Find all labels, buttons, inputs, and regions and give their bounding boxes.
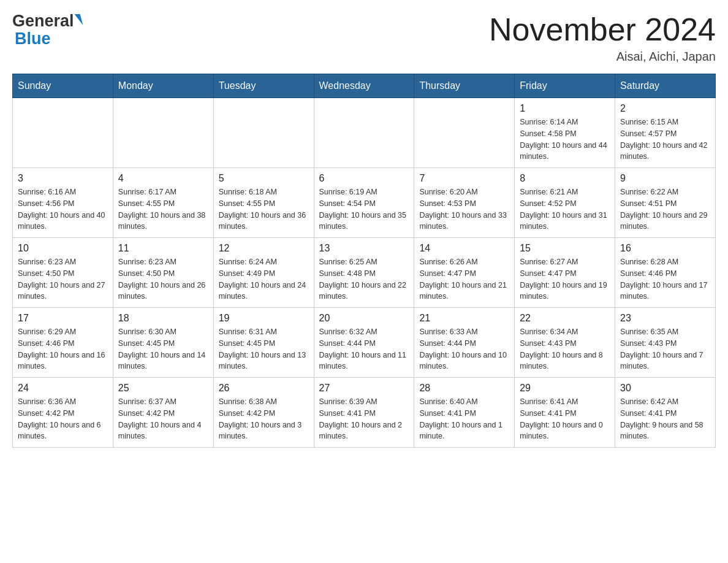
calendar-day-cell [213,98,314,168]
day-number: 27 [319,383,409,394]
calendar-day-cell: 25Sunrise: 6:37 AMSunset: 4:42 PMDayligh… [113,378,213,448]
day-number: 19 [219,313,309,324]
calendar-week-row: 10Sunrise: 6:23 AMSunset: 4:50 PMDayligh… [13,238,716,308]
day-number: 30 [620,383,710,394]
calendar-day-cell: 15Sunrise: 6:27 AMSunset: 4:47 PMDayligh… [515,238,615,308]
day-number: 29 [520,383,610,394]
day-info: Sunrise: 6:29 AMSunset: 4:46 PMDaylight:… [18,326,108,372]
day-info: Sunrise: 6:14 AMSunset: 4:58 PMDaylight:… [520,117,610,163]
day-number: 10 [18,243,108,254]
calendar-day-cell [13,98,113,168]
day-info: Sunrise: 6:20 AMSunset: 4:53 PMDaylight:… [419,186,509,232]
month-title: November 2024 [489,12,716,47]
calendar-day-cell: 30Sunrise: 6:42 AMSunset: 4:41 PMDayligh… [615,378,716,448]
calendar-day-cell: 26Sunrise: 6:38 AMSunset: 4:42 PMDayligh… [213,378,314,448]
calendar-header-row: SundayMondayTuesdayWednesdayThursdayFrid… [13,74,716,98]
day-number: 9 [620,173,710,184]
day-info: Sunrise: 6:34 AMSunset: 4:43 PMDaylight:… [520,326,610,372]
day-number: 8 [520,173,610,184]
day-number: 20 [319,313,409,324]
calendar-day-cell: 12Sunrise: 6:24 AMSunset: 4:49 PMDayligh… [213,238,314,308]
calendar-week-row: 1Sunrise: 6:14 AMSunset: 4:58 PMDaylight… [13,98,716,168]
day-number: 24 [18,383,108,394]
day-number: 23 [620,313,710,324]
calendar-day-cell: 17Sunrise: 6:29 AMSunset: 4:46 PMDayligh… [13,308,113,378]
day-info: Sunrise: 6:27 AMSunset: 4:47 PMDaylight:… [520,256,610,302]
calendar-day-cell: 28Sunrise: 6:40 AMSunset: 4:41 PMDayligh… [414,378,515,448]
day-info: Sunrise: 6:23 AMSunset: 4:50 PMDaylight:… [18,256,108,302]
calendar-day-cell: 9Sunrise: 6:22 AMSunset: 4:51 PMDaylight… [615,168,716,238]
location-text: Aisai, Aichi, Japan [489,50,716,64]
day-info: Sunrise: 6:37 AMSunset: 4:42 PMDaylight:… [118,396,208,442]
day-info: Sunrise: 6:18 AMSunset: 4:55 PMDaylight:… [219,186,309,232]
calendar-day-cell [314,98,414,168]
day-info: Sunrise: 6:32 AMSunset: 4:44 PMDaylight:… [319,326,409,372]
day-number: 25 [118,383,208,394]
day-info: Sunrise: 6:23 AMSunset: 4:50 PMDaylight:… [118,256,208,302]
day-number: 15 [520,243,610,254]
day-info: Sunrise: 6:31 AMSunset: 4:45 PMDaylight:… [219,326,309,372]
calendar-day-cell: 13Sunrise: 6:25 AMSunset: 4:48 PMDayligh… [314,238,414,308]
calendar-day-cell: 27Sunrise: 6:39 AMSunset: 4:41 PMDayligh… [314,378,414,448]
calendar-day-cell: 19Sunrise: 6:31 AMSunset: 4:45 PMDayligh… [213,308,314,378]
calendar-day-cell: 8Sunrise: 6:21 AMSunset: 4:52 PMDaylight… [515,168,615,238]
calendar-day-cell: 4Sunrise: 6:17 AMSunset: 4:55 PMDaylight… [113,168,213,238]
day-info: Sunrise: 6:36 AMSunset: 4:42 PMDaylight:… [18,396,108,442]
logo: General Blue [12,12,82,47]
day-info: Sunrise: 6:16 AMSunset: 4:56 PMDaylight:… [18,186,108,232]
calendar-day-cell: 1Sunrise: 6:14 AMSunset: 4:58 PMDaylight… [515,98,615,168]
calendar-day-cell: 20Sunrise: 6:32 AMSunset: 4:44 PMDayligh… [314,308,414,378]
logo-arrow-icon [74,14,83,25]
day-info: Sunrise: 6:33 AMSunset: 4:44 PMDaylight:… [419,326,509,372]
calendar-day-cell: 10Sunrise: 6:23 AMSunset: 4:50 PMDayligh… [13,238,113,308]
calendar-day-cell: 6Sunrise: 6:19 AMSunset: 4:54 PMDaylight… [314,168,414,238]
day-info: Sunrise: 6:35 AMSunset: 4:43 PMDaylight:… [620,326,710,372]
calendar-day-cell: 23Sunrise: 6:35 AMSunset: 4:43 PMDayligh… [615,308,716,378]
day-info: Sunrise: 6:19 AMSunset: 4:54 PMDaylight:… [319,186,409,232]
calendar-day-cell: 7Sunrise: 6:20 AMSunset: 4:53 PMDaylight… [414,168,515,238]
day-info: Sunrise: 6:17 AMSunset: 4:55 PMDaylight:… [118,186,208,232]
calendar-day-cell: 21Sunrise: 6:33 AMSunset: 4:44 PMDayligh… [414,308,515,378]
day-info: Sunrise: 6:24 AMSunset: 4:49 PMDaylight:… [219,256,309,302]
day-number: 22 [520,313,610,324]
day-info: Sunrise: 6:39 AMSunset: 4:41 PMDaylight:… [319,396,409,442]
calendar-day-cell: 24Sunrise: 6:36 AMSunset: 4:42 PMDayligh… [13,378,113,448]
calendar-day-cell: 2Sunrise: 6:15 AMSunset: 4:57 PMDaylight… [615,98,716,168]
day-number: 5 [219,173,309,184]
weekday-header-friday: Friday [515,74,615,98]
weekday-header-thursday: Thursday [414,74,515,98]
day-info: Sunrise: 6:40 AMSunset: 4:41 PMDaylight:… [419,396,509,442]
weekday-header-monday: Monday [113,74,213,98]
calendar-day-cell: 3Sunrise: 6:16 AMSunset: 4:56 PMDaylight… [13,168,113,238]
day-info: Sunrise: 6:26 AMSunset: 4:47 PMDaylight:… [419,256,509,302]
day-number: 6 [319,173,409,184]
day-number: 28 [419,383,509,394]
calendar-day-cell [113,98,213,168]
day-number: 2 [620,103,710,114]
day-info: Sunrise: 6:21 AMSunset: 4:52 PMDaylight:… [520,186,610,232]
logo-blue-text: Blue [12,31,82,47]
day-number: 26 [219,383,309,394]
day-number: 7 [419,173,509,184]
day-info: Sunrise: 6:22 AMSunset: 4:51 PMDaylight:… [620,186,710,232]
day-number: 4 [118,173,208,184]
calendar-day-cell: 16Sunrise: 6:28 AMSunset: 4:46 PMDayligh… [615,238,716,308]
logo-general-text: General [12,12,74,30]
calendar-day-cell: 18Sunrise: 6:30 AMSunset: 4:45 PMDayligh… [113,308,213,378]
day-info: Sunrise: 6:28 AMSunset: 4:46 PMDaylight:… [620,256,710,302]
day-number: 1 [520,103,610,114]
calendar-day-cell [414,98,515,168]
day-number: 16 [620,243,710,254]
weekday-header-wednesday: Wednesday [314,74,414,98]
title-area: November 2024 Aisai, Aichi, Japan [489,12,716,64]
calendar-week-row: 17Sunrise: 6:29 AMSunset: 4:46 PMDayligh… [13,308,716,378]
day-info: Sunrise: 6:15 AMSunset: 4:57 PMDaylight:… [620,117,710,163]
day-info: Sunrise: 6:30 AMSunset: 4:45 PMDaylight:… [118,326,208,372]
day-info: Sunrise: 6:25 AMSunset: 4:48 PMDaylight:… [319,256,409,302]
page-header: General Blue November 2024 Aisai, Aichi,… [12,12,716,64]
day-info: Sunrise: 6:42 AMSunset: 4:41 PMDaylight:… [620,396,710,442]
weekday-header-tuesday: Tuesday [213,74,314,98]
calendar-day-cell: 29Sunrise: 6:41 AMSunset: 4:41 PMDayligh… [515,378,615,448]
calendar-day-cell: 5Sunrise: 6:18 AMSunset: 4:55 PMDaylight… [213,168,314,238]
day-number: 13 [319,243,409,254]
